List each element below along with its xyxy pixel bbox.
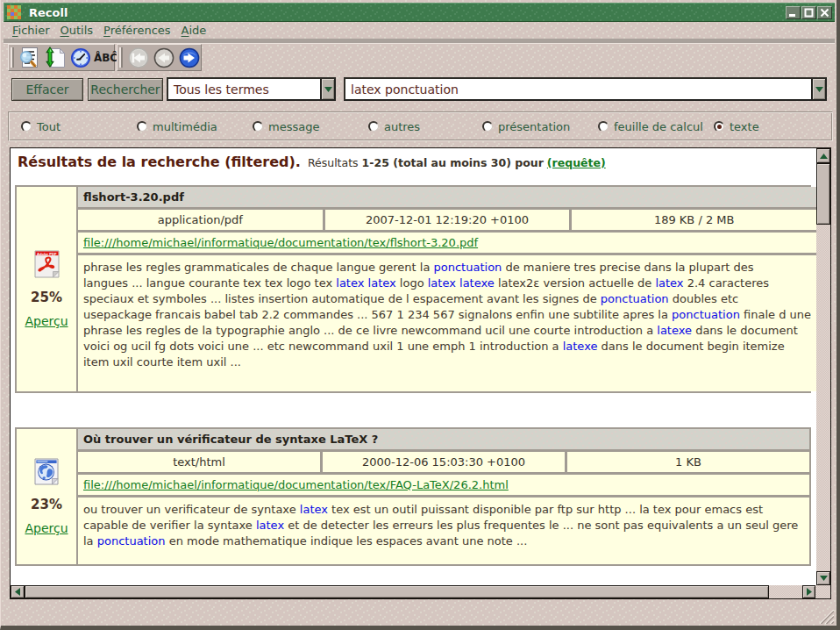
- abstract-line: phrase les regles grammaticales de chaqu…: [83, 260, 811, 276]
- preview-link[interactable]: Aperçu: [25, 521, 68, 535]
- filter-radio-multimedia[interactable]: multimédia: [137, 112, 217, 140]
- highlighted-search-term: latex latex: [336, 276, 395, 290]
- highlighted-search-term: latex: [256, 519, 284, 532]
- radio-icon[interactable]: [482, 121, 493, 132]
- abstract-text: finale d une: [740, 308, 811, 321]
- search-mode-dropdown-icon[interactable]: [320, 79, 334, 99]
- radio-icon[interactable]: [253, 121, 263, 132]
- result-entry-side: Adobe PDF 25%Aperçu: [17, 187, 76, 391]
- scroll-up-icon[interactable]: [816, 148, 830, 163]
- filter-radio-presentation[interactable]: présentation: [482, 112, 570, 140]
- abstract-line: voici og ucil fg dots voici une ... etc …: [83, 339, 811, 354]
- filter-radio-label: feuille de calcul: [614, 120, 703, 133]
- radio-icon[interactable]: [368, 121, 379, 132]
- maximize-button[interactable]: [801, 6, 816, 19]
- filter-radio-autres[interactable]: autres: [368, 112, 420, 140]
- radio-icon[interactable]: [137, 121, 147, 132]
- scroll-down-icon[interactable]: [816, 571, 830, 585]
- abstract-line: la ponctuation en mode mathematique indi…: [83, 533, 804, 549]
- result-abstract: ou trouver un verificateur de syntaxe la…: [78, 498, 809, 564]
- window-title: Recoll: [29, 6, 786, 19]
- results-header: Résultats de la recherche (filtered).Rés…: [18, 154, 606, 170]
- close-icon: [818, 7, 831, 18]
- search-query-dropdown-icon[interactable]: [811, 79, 825, 99]
- highlighted-search-term: latexe: [563, 340, 598, 353]
- results-count-range: 1-25 (total au moins 30) pour: [362, 156, 544, 169]
- vertical-scrollbar[interactable]: [816, 148, 830, 585]
- first-page-icon[interactable]: [125, 45, 151, 70]
- radio-selected-icon[interactable]: [714, 121, 724, 132]
- result-size: 189 KB / 2 MB: [572, 210, 816, 230]
- recoll-app-icon: [7, 5, 21, 19]
- html-file-icon: [34, 458, 59, 485]
- abstract-line: langues ... langue courante tex tex logo…: [83, 276, 811, 291]
- preview-link[interactable]: Aperçu: [25, 314, 68, 328]
- abstract-line: ou trouver un verificateur de syntaxe la…: [83, 502, 804, 518]
- previous-page-icon[interactable]: [151, 45, 176, 70]
- highlighted-search-term: latex: [300, 503, 328, 516]
- titlebar[interactable]: Recoll: [4, 3, 835, 22]
- menu-fichier[interactable]: Fichier: [7, 23, 55, 38]
- result-date: 2007-12-01 12:19:20 +0100: [325, 210, 570, 230]
- abstract-line: phrase les regles de la typographie angl…: [83, 323, 811, 339]
- scroll-left-icon[interactable]: [11, 585, 25, 598]
- term-explorer-icon[interactable]: ÅBĈ: [93, 45, 118, 70]
- horizontal-scroll-thumb[interactable]: [25, 585, 769, 598]
- radio-icon[interactable]: [598, 121, 609, 132]
- abstract-text: voici og ucil fg dots voici une ... etc …: [83, 340, 563, 353]
- menu-preferences[interactable]: Préférences: [98, 23, 175, 38]
- result-url-link[interactable]: file:///home/michael/informatique/docume…: [83, 478, 509, 491]
- result-meta-row: text/html2000-12-06 15:03:30 +01001 KB: [78, 452, 809, 472]
- svg-text:Adobe PDF: Adobe PDF: [37, 252, 57, 256]
- vertical-scroll-thumb[interactable]: [816, 163, 830, 225]
- abstract-text: tex est un outil puissant disponible par…: [328, 503, 763, 516]
- toolbar-handle[interactable]: [119, 47, 123, 68]
- minimize-button[interactable]: [786, 6, 801, 19]
- highlighted-search-term: ponctuation: [672, 308, 740, 321]
- result-entry-side: 23%Aperçu: [17, 429, 76, 564]
- filter-radio-label: texte: [730, 120, 759, 133]
- highlighted-search-term: ponctuation: [97, 534, 166, 548]
- menubar: FichierOutilsPréférencesAide: [4, 22, 835, 39]
- filter-radio-tout[interactable]: Tout: [21, 112, 61, 140]
- abstract-line: capable de verifier la syntaxe latex et …: [83, 518, 804, 533]
- result-entry: Adobe PDF 25%Aperçuflshort-3.20.pdfappli…: [15, 185, 811, 393]
- abstract-text: de maniere tres precise dans la plupart …: [502, 261, 753, 274]
- result-url-link[interactable]: file:///home/michael/informatique/docume…: [83, 236, 478, 249]
- filter-radio-label: message: [268, 120, 319, 133]
- search-mode-select[interactable]: Tous les termes: [167, 77, 336, 101]
- menu-outils[interactable]: Outils: [55, 23, 99, 38]
- document-preview-icon[interactable]: [17, 45, 42, 70]
- radio-icon[interactable]: [21, 121, 32, 132]
- search-query-input[interactable]: latex ponctuation: [344, 77, 827, 101]
- sort-by-date-icon[interactable]: [68, 45, 93, 70]
- toolbar-main: ÅBĈ: [8, 44, 115, 71]
- abstract-line: usepackage francais babel tab 2.2 comman…: [83, 307, 811, 323]
- toolbar-handle[interactable]: [11, 47, 14, 68]
- query-link[interactable]: (requête): [547, 156, 606, 169]
- result-meta-row: application/pdf2007-12-01 12:19:20 +0100…: [78, 210, 816, 230]
- menu-aide[interactable]: Aide: [176, 23, 212, 38]
- results-count-prefix: Résultats: [308, 156, 359, 169]
- result-title: Où trouver un vérificateur de syntaxe La…: [78, 429, 809, 449]
- relevance-percent: 25%: [31, 290, 62, 305]
- highlighted-search-term: ponctuation: [601, 292, 669, 305]
- sort-by-relevance-icon[interactable]: [42, 45, 68, 70]
- search-query-value: latex ponctuation: [345, 82, 811, 97]
- abstract-text: dans le document: [692, 324, 798, 337]
- clear-button[interactable]: Effacer: [11, 78, 83, 101]
- abstract-text: phrase les regles de la typographie angl…: [83, 324, 657, 337]
- highlighted-search-term: latex latexe: [428, 276, 495, 290]
- results-frame: Résultats de la recherche (filtered).Rés…: [10, 147, 831, 599]
- filter-radio-feuille-de-calcul[interactable]: feuille de calcul: [598, 112, 703, 140]
- resize-grip[interactable]: [815, 610, 834, 624]
- filter-radio-message[interactable]: message: [253, 112, 319, 140]
- filter-radio-texte[interactable]: texte: [714, 112, 759, 140]
- maximize-icon: [802, 7, 815, 18]
- next-page-icon[interactable]: [176, 45, 202, 70]
- search-button[interactable]: Rechercher: [88, 78, 163, 101]
- result-url-row: file:///home/michael/informatique/docume…: [78, 233, 816, 253]
- horizontal-scrollbar[interactable]: [11, 585, 816, 598]
- scroll-right-icon[interactable]: [802, 585, 815, 598]
- close-button[interactable]: [817, 6, 832, 19]
